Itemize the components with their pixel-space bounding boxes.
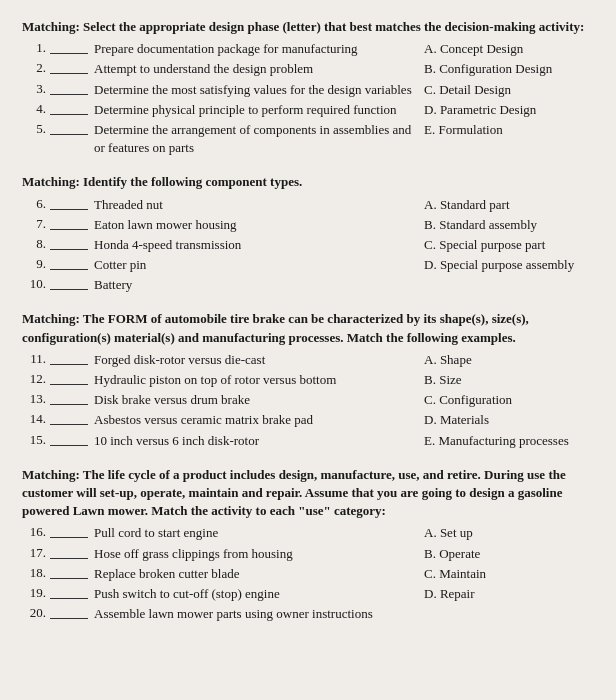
section-4-header: Matching: The life cycle of a product in… bbox=[22, 466, 594, 521]
row-8: 8. Honda 4-speed transmission bbox=[22, 236, 414, 254]
num-4: 4. bbox=[22, 101, 50, 117]
row-13: 13. Disk brake versus drum brake bbox=[22, 391, 414, 409]
option-4-c: C. Maintain bbox=[424, 565, 594, 583]
row-5: 5. Determine the arrangement of componen… bbox=[22, 121, 414, 157]
blank-10 bbox=[50, 276, 88, 290]
section-3: Matching: The FORM of automobile tire br… bbox=[22, 310, 594, 451]
section-1: Matching: Select the appropriate design … bbox=[22, 18, 594, 159]
num-16: 16. bbox=[22, 524, 50, 540]
num-20: 20. bbox=[22, 605, 50, 621]
num-1: 1. bbox=[22, 40, 50, 56]
section-2-rows: 6. Threaded nut 7. Eaton lawn mower hous… bbox=[22, 196, 414, 297]
blank-18 bbox=[50, 565, 88, 579]
item-text-20: Assemble lawn mower parts using owner in… bbox=[94, 605, 414, 623]
section-3-bold: Matching: bbox=[22, 311, 80, 326]
option-4-b: B. Operate bbox=[424, 545, 594, 563]
option-1-c: C. Detail Design bbox=[424, 81, 594, 99]
num-10: 10. bbox=[22, 276, 50, 292]
section-4-rest: The life cycle of a product includes des… bbox=[22, 467, 566, 518]
section-1-rest: Select the appropriate design phase (let… bbox=[80, 19, 585, 34]
blank-14 bbox=[50, 411, 88, 425]
row-20: 20. Assemble lawn mower parts using owne… bbox=[22, 605, 414, 623]
blank-7 bbox=[50, 216, 88, 230]
blank-20 bbox=[50, 605, 88, 619]
item-text-7: Eaton lawn mower housing bbox=[94, 216, 414, 234]
row-11: 11. Forged disk-rotor versus die-cast bbox=[22, 351, 414, 369]
num-8: 8. bbox=[22, 236, 50, 252]
section-3-rest: The FORM of automobile tire brake can be… bbox=[22, 311, 529, 344]
item-text-17: Hose off grass clippings from housing bbox=[94, 545, 414, 563]
section-2: Matching: Identify the following compone… bbox=[22, 173, 594, 296]
num-12: 12. bbox=[22, 371, 50, 387]
row-9: 9. Cotter pin bbox=[22, 256, 414, 274]
item-text-8: Honda 4-speed transmission bbox=[94, 236, 414, 254]
section-2-rest: Identify the following component types. bbox=[80, 174, 302, 189]
option-2-b: B. Standard assembly bbox=[424, 216, 594, 234]
section-3-body: 11. Forged disk-rotor versus die-cast 12… bbox=[22, 351, 594, 452]
row-18: 18. Replace broken cutter blade bbox=[22, 565, 414, 583]
blank-4 bbox=[50, 101, 88, 115]
row-14: 14. Asbestos versus ceramic matrix brake… bbox=[22, 411, 414, 429]
section-4: Matching: The life cycle of a product in… bbox=[22, 466, 594, 626]
section-4-rows: 16. Pull cord to start engine 17. Hose o… bbox=[22, 524, 414, 625]
blank-12 bbox=[50, 371, 88, 385]
option-4-a: A. Set up bbox=[424, 524, 594, 542]
row-10: 10. Battery bbox=[22, 276, 414, 294]
num-6: 6. bbox=[22, 196, 50, 212]
section-4-body: 16. Pull cord to start engine 17. Hose o… bbox=[22, 524, 594, 625]
item-text-11: Forged disk-rotor versus die-cast bbox=[94, 351, 414, 369]
item-text-16: Pull cord to start engine bbox=[94, 524, 414, 542]
num-19: 19. bbox=[22, 585, 50, 601]
blank-15 bbox=[50, 432, 88, 446]
section-1-bold: Matching: bbox=[22, 19, 80, 34]
num-13: 13. bbox=[22, 391, 50, 407]
blank-16 bbox=[50, 524, 88, 538]
option-1-d: D. Parametric Design bbox=[424, 101, 594, 119]
option-1-a: A. Concept Design bbox=[424, 40, 594, 58]
num-3: 3. bbox=[22, 81, 50, 97]
row-6: 6. Threaded nut bbox=[22, 196, 414, 214]
num-7: 7. bbox=[22, 216, 50, 232]
section-2-bold: Matching: bbox=[22, 174, 80, 189]
num-18: 18. bbox=[22, 565, 50, 581]
option-1-b: B. Configuration Design bbox=[424, 60, 594, 78]
item-text-18: Replace broken cutter blade bbox=[94, 565, 414, 583]
blank-19 bbox=[50, 585, 88, 599]
item-text-4: Determine physical principle to perform … bbox=[94, 101, 414, 119]
option-1-e: E. Formulation bbox=[424, 121, 594, 139]
num-9: 9. bbox=[22, 256, 50, 272]
section-2-header: Matching: Identify the following compone… bbox=[22, 173, 594, 191]
item-text-6: Threaded nut bbox=[94, 196, 414, 214]
blank-1 bbox=[50, 40, 88, 54]
section-4-options: A. Set up B. Operate C. Maintain D. Repa… bbox=[424, 524, 594, 605]
item-text-15: 10 inch versus 6 inch disk-rotor bbox=[94, 432, 414, 450]
item-text-9: Cotter pin bbox=[94, 256, 414, 274]
option-2-c: C. Special purpose part bbox=[424, 236, 594, 254]
blank-8 bbox=[50, 236, 88, 250]
row-7: 7. Eaton lawn mower housing bbox=[22, 216, 414, 234]
num-14: 14. bbox=[22, 411, 50, 427]
option-2-d: D. Special purpose assembly bbox=[424, 256, 594, 274]
row-19: 19. Push switch to cut-off (stop) engine bbox=[22, 585, 414, 603]
row-12: 12. Hydraulic piston on top of rotor ver… bbox=[22, 371, 414, 389]
section-2-body: 6. Threaded nut 7. Eaton lawn mower hous… bbox=[22, 196, 594, 297]
row-15: 15. 10 inch versus 6 inch disk-rotor bbox=[22, 432, 414, 450]
num-2: 2. bbox=[22, 60, 50, 76]
blank-5 bbox=[50, 121, 88, 135]
blank-9 bbox=[50, 256, 88, 270]
item-text-19: Push switch to cut-off (stop) engine bbox=[94, 585, 414, 603]
blank-11 bbox=[50, 351, 88, 365]
section-3-rows: 11. Forged disk-rotor versus die-cast 12… bbox=[22, 351, 414, 452]
section-1-header: Matching: Select the appropriate design … bbox=[22, 18, 594, 36]
option-3-a: A. Shape bbox=[424, 351, 594, 369]
section-1-options: A. Concept Design B. Configuration Desig… bbox=[424, 40, 594, 141]
section-3-options: A. Shape B. Size C. Configuration D. Mat… bbox=[424, 351, 594, 452]
blank-17 bbox=[50, 545, 88, 559]
row-2: 2. Attempt to understand the design prob… bbox=[22, 60, 414, 78]
blank-3 bbox=[50, 81, 88, 95]
num-5: 5. bbox=[22, 121, 50, 137]
item-text-14: Asbestos versus ceramic matrix brake pad bbox=[94, 411, 414, 429]
row-17: 17. Hose off grass clippings from housin… bbox=[22, 545, 414, 563]
option-4-d: D. Repair bbox=[424, 585, 594, 603]
item-text-12: Hydraulic piston on top of rotor versus … bbox=[94, 371, 414, 389]
